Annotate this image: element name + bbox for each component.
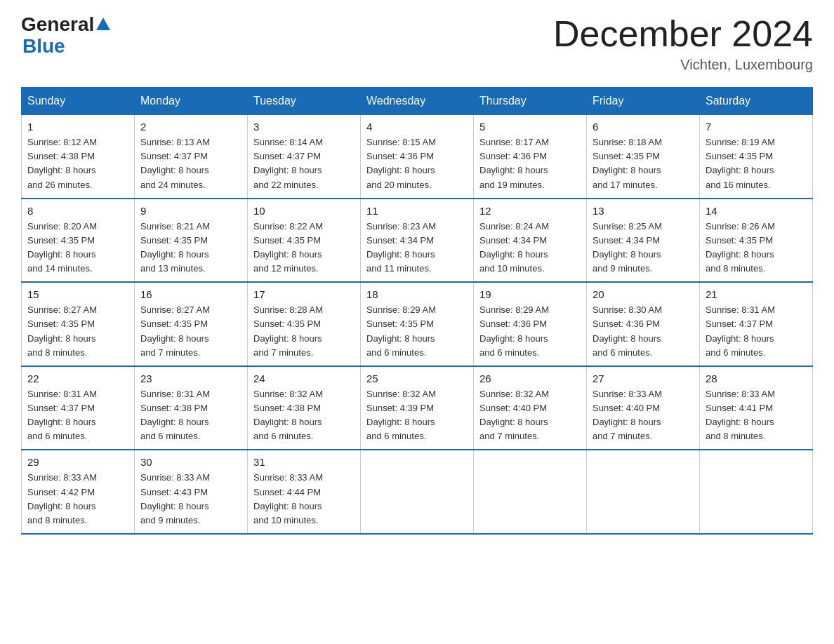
- calendar-cell: 9 Sunrise: 8:21 AM Sunset: 4:35 PM Dayli…: [135, 199, 248, 283]
- day-number: 19: [479, 288, 581, 300]
- day-number: 30: [140, 456, 241, 468]
- location-subtitle: Vichten, Luxembourg: [553, 57, 813, 73]
- day-number: 24: [253, 373, 355, 384]
- header-saturday: Saturday: [700, 88, 813, 115]
- calendar-cell: 23 Sunrise: 8:31 AM Sunset: 4:38 PM Dayl…: [135, 366, 248, 450]
- calendar-cell: 5 Sunrise: 8:17 AM Sunset: 4:36 PM Dayli…: [474, 115, 587, 199]
- day-detail: Sunrise: 8:13 AM Sunset: 4:37 PM Dayligh…: [140, 135, 241, 192]
- calendar-cell: 29 Sunrise: 8:33 AM Sunset: 4:42 PM Dayl…: [22, 450, 135, 534]
- day-number: 5: [479, 121, 581, 133]
- day-number: 2: [140, 121, 241, 133]
- calendar-cell: 31 Sunrise: 8:33 AM Sunset: 4:44 PM Dayl…: [248, 450, 361, 534]
- day-detail: Sunrise: 8:12 AM Sunset: 4:38 PM Dayligh…: [27, 135, 128, 192]
- day-number: 11: [366, 205, 468, 217]
- day-number: 20: [593, 288, 694, 300]
- calendar-cell: 19 Sunrise: 8:29 AM Sunset: 4:36 PM Dayl…: [474, 282, 587, 366]
- calendar-cell: 26 Sunrise: 8:32 AM Sunset: 4:40 PM Dayl…: [474, 366, 587, 450]
- calendar-cell: [474, 450, 587, 534]
- day-number: 22: [27, 373, 128, 384]
- day-number: 21: [706, 288, 807, 300]
- logo: General Blue: [21, 14, 110, 58]
- day-detail: Sunrise: 8:31 AM Sunset: 4:37 PM Dayligh…: [27, 387, 128, 444]
- day-number: 3: [253, 121, 355, 133]
- day-detail: Sunrise: 8:25 AM Sunset: 4:34 PM Dayligh…: [593, 220, 694, 276]
- header-wednesday: Wednesday: [361, 88, 474, 115]
- calendar-cell: 25 Sunrise: 8:32 AM Sunset: 4:39 PM Dayl…: [361, 366, 474, 450]
- calendar-cell: 8 Sunrise: 8:20 AM Sunset: 4:35 PM Dayli…: [22, 199, 135, 283]
- month-title: December 2024: [553, 14, 813, 54]
- logo-blue-text: Blue: [22, 36, 110, 58]
- day-detail: Sunrise: 8:32 AM Sunset: 4:40 PM Dayligh…: [479, 387, 581, 444]
- day-number: 27: [593, 373, 694, 384]
- day-detail: Sunrise: 8:29 AM Sunset: 4:36 PM Dayligh…: [479, 303, 581, 360]
- day-detail: Sunrise: 8:23 AM Sunset: 4:34 PM Dayligh…: [366, 220, 468, 276]
- day-detail: Sunrise: 8:27 AM Sunset: 4:35 PM Dayligh…: [27, 303, 128, 360]
- day-detail: Sunrise: 8:33 AM Sunset: 4:40 PM Dayligh…: [593, 387, 694, 444]
- calendar-cell: 18 Sunrise: 8:29 AM Sunset: 4:35 PM Dayl…: [361, 282, 474, 366]
- day-number: 15: [27, 288, 128, 300]
- calendar-cell: 17 Sunrise: 8:28 AM Sunset: 4:35 PM Dayl…: [248, 282, 361, 366]
- day-number: 8: [27, 205, 128, 217]
- weekday-header-row: Sunday Monday Tuesday Wednesday Thursday…: [22, 88, 813, 115]
- day-number: 10: [253, 205, 355, 217]
- calendar-cell: 3 Sunrise: 8:14 AM Sunset: 4:37 PM Dayli…: [248, 115, 361, 199]
- calendar-cell: 15 Sunrise: 8:27 AM Sunset: 4:35 PM Dayl…: [22, 282, 135, 366]
- day-detail: Sunrise: 8:14 AM Sunset: 4:37 PM Dayligh…: [253, 135, 355, 192]
- day-detail: Sunrise: 8:32 AM Sunset: 4:38 PM Dayligh…: [253, 387, 355, 444]
- day-detail: Sunrise: 8:33 AM Sunset: 4:44 PM Dayligh…: [253, 471, 355, 528]
- week-row-4: 22 Sunrise: 8:31 AM Sunset: 4:37 PM Dayl…: [22, 366, 813, 450]
- day-number: 25: [366, 373, 468, 384]
- day-detail: Sunrise: 8:33 AM Sunset: 4:42 PM Dayligh…: [27, 471, 128, 528]
- day-number: 26: [479, 373, 581, 384]
- day-detail: Sunrise: 8:19 AM Sunset: 4:35 PM Dayligh…: [706, 135, 807, 192]
- logo-triangle-icon: [96, 18, 110, 30]
- calendar-cell: 1 Sunrise: 8:12 AM Sunset: 4:38 PM Dayli…: [22, 115, 135, 199]
- calendar-cell: [700, 450, 813, 534]
- week-row-1: 1 Sunrise: 8:12 AM Sunset: 4:38 PM Dayli…: [22, 115, 813, 199]
- calendar-cell: 28 Sunrise: 8:33 AM Sunset: 4:41 PM Dayl…: [700, 366, 813, 450]
- day-detail: Sunrise: 8:30 AM Sunset: 4:36 PM Dayligh…: [593, 303, 694, 360]
- day-number: 23: [140, 373, 241, 384]
- day-detail: Sunrise: 8:27 AM Sunset: 4:35 PM Dayligh…: [140, 303, 241, 360]
- day-detail: Sunrise: 8:22 AM Sunset: 4:35 PM Dayligh…: [253, 220, 355, 276]
- week-row-2: 8 Sunrise: 8:20 AM Sunset: 4:35 PM Dayli…: [22, 199, 813, 283]
- day-number: 28: [706, 373, 807, 384]
- calendar-cell: 21 Sunrise: 8:31 AM Sunset: 4:37 PM Dayl…: [700, 282, 813, 366]
- day-number: 9: [140, 205, 241, 217]
- calendar-cell: 30 Sunrise: 8:33 AM Sunset: 4:43 PM Dayl…: [135, 450, 248, 534]
- day-detail: Sunrise: 8:31 AM Sunset: 4:37 PM Dayligh…: [706, 303, 807, 360]
- day-number: 18: [366, 288, 468, 300]
- day-detail: Sunrise: 8:33 AM Sunset: 4:43 PM Dayligh…: [140, 471, 241, 528]
- day-detail: Sunrise: 8:29 AM Sunset: 4:35 PM Dayligh…: [366, 303, 468, 360]
- calendar-cell: 24 Sunrise: 8:32 AM Sunset: 4:38 PM Dayl…: [248, 366, 361, 450]
- day-number: 14: [706, 205, 807, 217]
- calendar-cell: 10 Sunrise: 8:22 AM Sunset: 4:35 PM Dayl…: [248, 199, 361, 283]
- day-number: 4: [366, 121, 468, 133]
- header-monday: Monday: [135, 88, 248, 115]
- day-number: 13: [593, 205, 694, 217]
- day-detail: Sunrise: 8:20 AM Sunset: 4:35 PM Dayligh…: [27, 220, 128, 276]
- day-detail: Sunrise: 8:21 AM Sunset: 4:35 PM Dayligh…: [140, 220, 241, 276]
- day-detail: Sunrise: 8:33 AM Sunset: 4:41 PM Dayligh…: [706, 387, 807, 444]
- day-number: 1: [27, 121, 128, 133]
- calendar-cell: 11 Sunrise: 8:23 AM Sunset: 4:34 PM Dayl…: [361, 199, 474, 283]
- day-detail: Sunrise: 8:24 AM Sunset: 4:34 PM Dayligh…: [479, 220, 581, 276]
- day-detail: Sunrise: 8:18 AM Sunset: 4:35 PM Dayligh…: [593, 135, 694, 192]
- day-number: 7: [706, 121, 807, 133]
- day-detail: Sunrise: 8:17 AM Sunset: 4:36 PM Dayligh…: [479, 135, 581, 192]
- day-number: 12: [479, 205, 581, 217]
- day-number: 16: [140, 288, 241, 300]
- calendar-cell: [587, 450, 700, 534]
- calendar-cell: 7 Sunrise: 8:19 AM Sunset: 4:35 PM Dayli…: [700, 115, 813, 199]
- day-detail: Sunrise: 8:31 AM Sunset: 4:38 PM Dayligh…: [140, 387, 241, 444]
- day-number: 31: [253, 456, 355, 468]
- calendar-cell: 16 Sunrise: 8:27 AM Sunset: 4:35 PM Dayl…: [135, 282, 248, 366]
- day-number: 6: [593, 121, 694, 133]
- calendar-cell: 12 Sunrise: 8:24 AM Sunset: 4:34 PM Dayl…: [474, 199, 587, 283]
- day-detail: Sunrise: 8:32 AM Sunset: 4:39 PM Dayligh…: [366, 387, 468, 444]
- page-header: General Blue December 2024 Vichten, Luxe…: [21, 14, 813, 73]
- week-row-3: 15 Sunrise: 8:27 AM Sunset: 4:35 PM Dayl…: [22, 282, 813, 366]
- day-number: 17: [253, 288, 355, 300]
- calendar-cell: 27 Sunrise: 8:33 AM Sunset: 4:40 PM Dayl…: [587, 366, 700, 450]
- calendar-cell: 20 Sunrise: 8:30 AM Sunset: 4:36 PM Dayl…: [587, 282, 700, 366]
